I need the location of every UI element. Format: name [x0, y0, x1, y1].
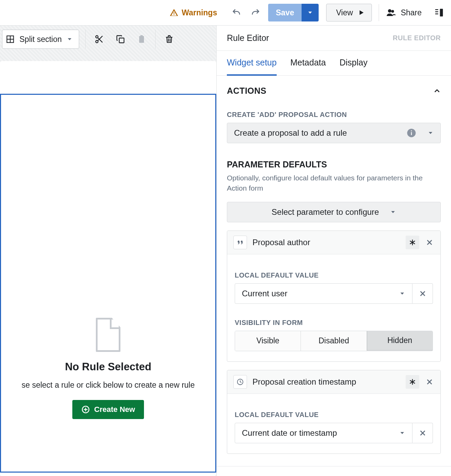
remove-param-button[interactable]: [425, 377, 434, 387]
visibility-label: VISIBILITY IN FORM: [235, 319, 433, 327]
empty-state-subtitle: se select a rule or click below to creat…: [21, 381, 195, 390]
play-icon: [358, 9, 365, 16]
svg-rect-22: [411, 132, 412, 135]
caret-down-icon: [427, 130, 434, 136]
param-card-proposal-timestamp: Proposal creation timestamp LOCAL DEFAUL…: [227, 370, 441, 454]
empty-state-title: No Rule Selected: [65, 361, 151, 373]
asterisk-icon: [409, 239, 416, 246]
visibility-disabled[interactable]: Disabled: [301, 331, 367, 351]
tab-metadata[interactable]: Metadata: [290, 51, 326, 76]
empty-file-icon: [96, 318, 120, 352]
warnings-label: Warnings: [182, 8, 217, 17]
undo-icon: [232, 8, 241, 17]
clear-default-button[interactable]: [412, 283, 433, 304]
timestamp-type-icon: [233, 375, 247, 389]
plus-circle-icon: [81, 405, 90, 414]
redo-icon: [251, 8, 260, 17]
param-title: Proposal author: [252, 238, 400, 247]
canvas-area: Split section No Rule S: [0, 26, 217, 476]
svg-rect-5: [435, 14, 438, 15]
panel-toggle-button[interactable]: [434, 8, 444, 18]
rule-editor-panel: Rule Editor RULE EDITOR Widget setup Met…: [217, 26, 451, 476]
asterisk-icon: [409, 378, 416, 386]
string-type-icon: [233, 236, 247, 249]
visibility-segmented: Visible Disabled Hidden: [235, 331, 433, 351]
visibility-visible[interactable]: Visible: [235, 331, 301, 351]
svg-rect-4: [435, 11, 438, 12]
people-icon: [386, 8, 396, 18]
local-default-select[interactable]: Current user: [235, 283, 412, 304]
create-action-select[interactable]: Create a proposal to add a rule: [227, 123, 441, 143]
actions-section: ACTIONS CREATE 'ADD' PROPOSAL ACTION Cre…: [217, 76, 451, 466]
close-icon: [419, 290, 426, 297]
selected-widget-frame[interactable]: No Rule Selected se select a rule or cli…: [0, 94, 216, 473]
caret-down-icon: [399, 430, 405, 436]
canvas-toolbar: Split section: [0, 26, 216, 53]
caret-down-icon: [390, 209, 396, 215]
panel-right-icon: [434, 8, 444, 18]
svg-rect-15: [141, 35, 143, 37]
local-default-label: LOCAL DEFAULT VALUE: [235, 271, 433, 279]
select-parameter-dropdown[interactable]: Select parameter to configure: [227, 202, 441, 222]
caret-down-icon: [67, 36, 73, 42]
required-badge: [406, 375, 419, 389]
trash-icon: [164, 34, 174, 44]
panel-tag: RULE EDITOR: [393, 34, 441, 42]
create-action-label: CREATE 'ADD' PROPOSAL ACTION: [227, 111, 441, 119]
delete-button[interactable]: [162, 32, 177, 47]
warnings-indicator[interactable]: Warnings: [165, 8, 222, 17]
parameter-defaults-heading: PARAMETER DEFAULTS: [227, 160, 441, 169]
close-icon: [419, 429, 426, 437]
view-button[interactable]: View: [326, 4, 372, 21]
svg-rect-23: [411, 131, 412, 132]
clear-default-button[interactable]: [412, 423, 433, 443]
scissors-icon: [94, 34, 104, 44]
svg-point-1: [391, 10, 394, 13]
copy-button[interactable]: [113, 32, 128, 47]
caret-down-icon: [307, 10, 313, 16]
cut-button[interactable]: [92, 32, 107, 47]
warning-icon: [170, 8, 178, 17]
actions-section-toggle[interactable]: ACTIONS: [227, 86, 441, 96]
svg-rect-3: [435, 9, 438, 10]
caret-down-icon: [399, 291, 405, 297]
svg-rect-2: [440, 9, 443, 17]
close-icon: [426, 239, 433, 246]
save-button[interactable]: Save: [268, 4, 302, 21]
quote-icon: [236, 239, 244, 246]
remove-param-button[interactable]: [425, 238, 434, 247]
copy-icon: [116, 34, 125, 44]
paste-button[interactable]: [134, 32, 149, 47]
close-icon: [426, 378, 433, 386]
local-default-select[interactable]: Current date or timestamp: [235, 423, 412, 443]
param-title: Proposal creation timestamp: [252, 377, 400, 387]
parameter-defaults-help: Optionally, configure local default valu…: [227, 173, 441, 194]
svg-point-0: [388, 9, 391, 13]
save-dropdown[interactable]: [302, 4, 319, 21]
panel-tabs: Widget setup Metadata Display: [217, 50, 451, 76]
info-icon: [406, 128, 417, 138]
clock-icon: [236, 378, 244, 386]
visibility-hidden[interactable]: Hidden: [367, 331, 433, 351]
create-new-button[interactable]: Create New: [72, 400, 144, 419]
tab-widget-setup[interactable]: Widget setup: [227, 51, 277, 76]
split-icon: [6, 35, 15, 44]
share-button[interactable]: Share: [386, 8, 422, 18]
split-section-button[interactable]: Split section: [2, 30, 79, 49]
undo-button[interactable]: [229, 5, 244, 20]
svg-rect-13: [119, 38, 124, 43]
panel-title: Rule Editor: [227, 33, 269, 43]
local-default-label: LOCAL DEFAULT VALUE: [235, 411, 433, 419]
redo-button[interactable]: [248, 5, 263, 20]
chevron-up-icon: [433, 87, 441, 95]
required-badge: [406, 236, 419, 249]
top-toolbar: Warnings Save View Share: [0, 0, 451, 26]
svg-rect-14: [139, 36, 144, 43]
param-card-proposal-author: Proposal author LOCAL DEFAULT VALUE Curr…: [227, 230, 441, 362]
tab-display[interactable]: Display: [339, 51, 367, 76]
clipboard-icon: [137, 34, 146, 44]
